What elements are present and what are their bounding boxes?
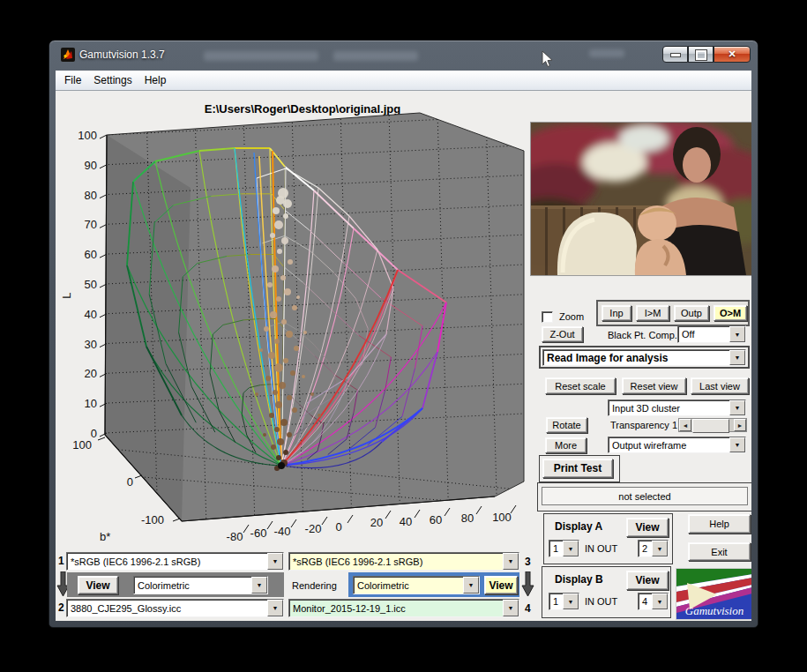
- svg-text:-20: -20: [305, 522, 322, 535]
- restore-button[interactable]: [688, 46, 714, 63]
- profile-2-dropdown[interactable]: 3880_CJE295_Glossy.icc ▼: [66, 599, 284, 617]
- o-to-m-button[interactable]: O>M: [714, 305, 747, 321]
- display-a-out-dropdown[interactable]: 2 ▼: [638, 540, 669, 557]
- outp-button[interactable]: Outp: [674, 305, 709, 321]
- output-wireframe-value: Output wireframe: [609, 440, 729, 451]
- black-pt-comp-label: Black Pt. Comp.: [608, 330, 677, 340]
- menu-file[interactable]: File: [64, 74, 81, 86]
- last-view-button[interactable]: Last view: [691, 377, 749, 394]
- svg-text:-100: -100: [141, 513, 164, 526]
- menu-help[interactable]: Help: [145, 74, 167, 86]
- slot-2-label: 2: [58, 601, 64, 614]
- view-left-button[interactable]: View: [78, 576, 118, 594]
- svg-text:100: 100: [72, 438, 92, 452]
- display-a-label: Display A: [555, 520, 602, 533]
- close-icon: ✕: [714, 47, 750, 62]
- dropdown-arrow-icon[interactable]: ▼: [729, 400, 745, 415]
- inp-button[interactable]: Inp: [602, 305, 631, 321]
- exit-button[interactable]: Exit: [688, 542, 751, 561]
- input-3d-cluster-value: Input 3D cluster: [609, 403, 729, 414]
- desktop: { "titlebar": { "title": "Gamutvision 1.…: [0, 0, 807, 672]
- svg-text:20: 20: [85, 367, 97, 380]
- display-a-in-value: 1: [549, 543, 563, 554]
- svg-text:60: 60: [430, 513, 442, 526]
- dropdown-arrow-icon[interactable]: ▼: [267, 553, 283, 570]
- rendering-left-value: Colorimetric: [134, 580, 251, 591]
- display-b-in-dropdown[interactable]: 1 ▼: [549, 593, 579, 610]
- svg-text:50: 50: [85, 278, 97, 291]
- display-b-out-dropdown[interactable]: 4 ▼: [638, 593, 669, 610]
- svg-text:70: 70: [85, 218, 97, 231]
- down-arrow-icon: [521, 571, 534, 598]
- dropdown-arrow-icon[interactable]: ▼: [503, 553, 519, 570]
- dropdown-arrow-icon[interactable]: ▼: [729, 326, 745, 342]
- restore-icon: [696, 50, 706, 60]
- zoom-checkbox[interactable]: [542, 311, 553, 323]
- dropdown-arrow-icon[interactable]: ▼: [251, 577, 267, 594]
- rendering-label: Rendering: [292, 580, 337, 591]
- svg-text:-60: -60: [250, 526, 267, 540]
- rotate-button[interactable]: Rotate: [546, 417, 587, 433]
- print-test-button[interactable]: Print Test: [542, 459, 613, 478]
- svg-text:b*: b*: [100, 530, 110, 543]
- selection-status: not selected: [542, 487, 748, 505]
- svg-text:10: 10: [85, 397, 97, 410]
- svg-text:100: 100: [78, 129, 97, 142]
- svg-text:0: 0: [127, 475, 133, 489]
- rendering-left-dropdown[interactable]: Colorimetric ▼: [133, 576, 268, 594]
- titlebar-ghost-text: [333, 51, 418, 61]
- svg-text:L: L: [60, 292, 73, 298]
- reset-scale-button[interactable]: Reset scale: [545, 377, 616, 394]
- display-b-label: Display B: [555, 573, 603, 586]
- close-button[interactable]: ✕: [714, 46, 751, 63]
- menu-settings[interactable]: Settings: [93, 74, 131, 86]
- slider-right-arrow-icon[interactable]: ►: [734, 419, 746, 431]
- transparency-slider[interactable]: ◄ ►: [678, 418, 747, 432]
- app-window: Gamutvision 1.3.7 ✕ File Settings Help E…: [49, 40, 758, 628]
- svg-text:90: 90: [85, 159, 97, 172]
- black-pt-comp-dropdown[interactable]: Off ▼: [677, 325, 746, 343]
- display-a-view-button[interactable]: View: [626, 518, 669, 537]
- rendering-right-dropdown[interactable]: Colorimetric ▼: [353, 576, 480, 594]
- read-image-dropdown[interactable]: Read Image for analysis ▼: [542, 349, 746, 366]
- slider-left-arrow-icon[interactable]: ◄: [679, 419, 691, 431]
- window-title: Gamutvision 1.3.7: [79, 49, 165, 61]
- titlebar[interactable]: Gamutvision 1.3.7 ✕: [49, 41, 758, 71]
- view-right-button[interactable]: View: [484, 576, 518, 594]
- z-out-button[interactable]: Z-Out: [542, 326, 583, 342]
- transparency-slider-thumb[interactable]: [692, 419, 729, 433]
- app-icon: [61, 48, 75, 62]
- black-pt-comp-value: Off: [678, 329, 729, 340]
- output-wireframe-dropdown[interactable]: Output wireframe ▼: [608, 437, 746, 453]
- svg-text:20: 20: [370, 516, 383, 529]
- photo-thumbnail: [530, 122, 751, 276]
- minimize-button[interactable]: [662, 46, 688, 63]
- input-3d-cluster-dropdown[interactable]: Input 3D cluster ▼: [608, 399, 746, 416]
- svg-text:60: 60: [85, 248, 97, 261]
- display-b-view-button[interactable]: View: [626, 571, 669, 590]
- display-a-in-dropdown[interactable]: 1 ▼: [549, 540, 579, 557]
- dropdown-arrow-icon[interactable]: ▼: [267, 600, 283, 616]
- profile-1-value: *sRGB (IEC6 1996-2.1 sRGB): [67, 556, 267, 567]
- i-to-m-button[interactable]: I>M: [636, 305, 669, 321]
- dropdown-arrow-icon[interactable]: ▼: [503, 600, 519, 616]
- dropdown-arrow-icon[interactable]: ▼: [463, 577, 479, 594]
- dropdown-arrow-icon[interactable]: ▼: [563, 541, 579, 556]
- logo-text: Gamutvision: [685, 604, 743, 617]
- dropdown-arrow-icon[interactable]: ▼: [563, 594, 579, 609]
- dropdown-arrow-icon[interactable]: ▼: [729, 350, 745, 365]
- display-a-out-value: 2: [639, 543, 652, 554]
- dropdown-arrow-icon[interactable]: ▼: [729, 437, 745, 452]
- reset-view-button[interactable]: Reset view: [622, 377, 686, 394]
- mouse-cursor: [542, 50, 554, 68]
- dropdown-arrow-icon[interactable]: ▼: [652, 541, 668, 556]
- gamut-3d-plot[interactable]: 1009080706050403020100L1000-100b*-80-60-…: [58, 112, 534, 549]
- help-button[interactable]: Help: [688, 514, 751, 534]
- svg-text:-80: -80: [227, 530, 243, 543]
- profile-1-dropdown[interactable]: *sRGB (IEC6 1996-2.1 sRGB) ▼: [66, 552, 284, 571]
- dropdown-arrow-icon[interactable]: ▼: [652, 594, 668, 609]
- profile-2-value: 3880_CJE295_Glossy.icc: [67, 603, 267, 614]
- more-button[interactable]: More: [545, 437, 587, 453]
- profile-3-dropdown[interactable]: *sRGB (IEC6 1996-2.1 sRGB) ▼: [288, 552, 519, 571]
- profile-4-dropdown[interactable]: Monitor_2015-12-19_1.icc ▼: [288, 599, 519, 617]
